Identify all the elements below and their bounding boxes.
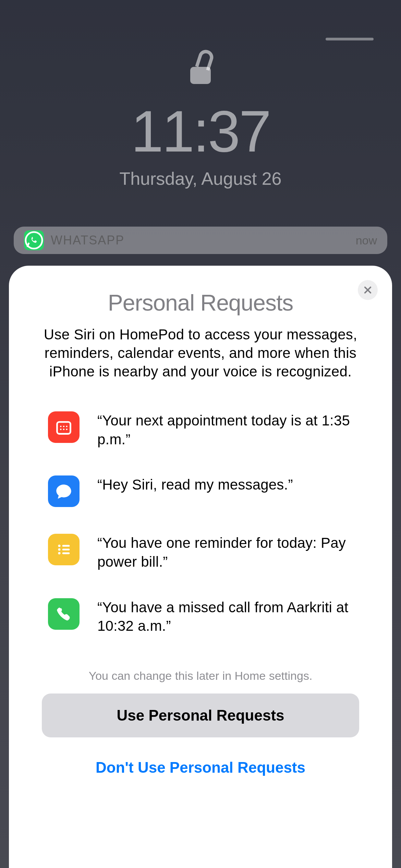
camera-indicator bbox=[326, 38, 374, 40]
reminders-icon bbox=[48, 534, 80, 565]
svg-point-7 bbox=[66, 429, 68, 430]
svg-rect-13 bbox=[62, 553, 70, 554]
svg-point-6 bbox=[63, 429, 64, 430]
svg-rect-11 bbox=[62, 549, 70, 551]
svg-point-10 bbox=[58, 548, 61, 551]
use-personal-requests-button[interactable]: Use Personal Requests bbox=[42, 694, 359, 737]
close-icon bbox=[363, 285, 373, 295]
calendar-icon bbox=[48, 411, 80, 443]
example-reminders: “You have one reminder for today: Pay po… bbox=[28, 534, 373, 571]
phone-icon bbox=[48, 598, 80, 630]
svg-rect-9 bbox=[62, 545, 70, 547]
unlock-icon bbox=[190, 57, 211, 84]
svg-point-4 bbox=[66, 426, 68, 427]
svg-point-12 bbox=[58, 552, 61, 555]
clock-date: Thursday, August 26 bbox=[119, 168, 281, 189]
example-text: “Your next appointment today is at 1:35 … bbox=[97, 411, 353, 449]
messages-icon bbox=[48, 475, 80, 507]
dont-use-personal-requests-button[interactable]: Don't Use Personal Requests bbox=[42, 750, 359, 785]
example-text: “You have a missed call from Aarkriti at… bbox=[97, 598, 353, 636]
example-text: “You have one reminder for today: Pay po… bbox=[97, 534, 353, 571]
clock-time: 11:37 bbox=[131, 98, 270, 165]
lockscreen: 11:37 Thursday, August 26 WHATSAPP now bbox=[0, 0, 401, 254]
sheet-description: Use Siri on HomePod to access your messa… bbox=[32, 325, 369, 381]
example-messages: “Hey Siri, read my messages.” bbox=[28, 475, 373, 507]
notification-card[interactable]: WHATSAPP now bbox=[14, 227, 387, 254]
svg-point-8 bbox=[58, 545, 61, 547]
example-calendar: “Your next appointment today is at 1:35 … bbox=[28, 411, 373, 449]
notification-time: now bbox=[356, 234, 377, 247]
whatsapp-icon bbox=[24, 230, 44, 250]
sheet-footnote: You can change this later in Home settin… bbox=[28, 669, 373, 683]
svg-point-3 bbox=[63, 426, 64, 427]
close-button[interactable] bbox=[358, 280, 378, 300]
example-text: “Hey Siri, read my messages.” bbox=[97, 475, 293, 494]
sheet-title: Personal Requests bbox=[28, 290, 373, 316]
example-phone: “You have a missed call from Aarkriti at… bbox=[28, 598, 373, 636]
notification-app-name: WHATSAPP bbox=[51, 233, 356, 248]
svg-rect-1 bbox=[57, 422, 71, 434]
svg-point-2 bbox=[60, 426, 61, 427]
personal-requests-sheet: Personal Requests Use Siri on HomePod to… bbox=[9, 266, 392, 868]
svg-point-5 bbox=[60, 429, 61, 430]
